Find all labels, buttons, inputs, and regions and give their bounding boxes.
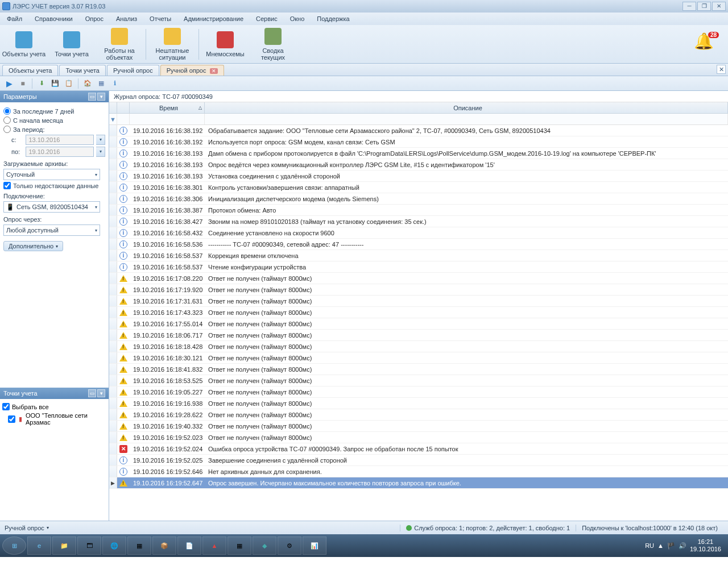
menu-Окно[interactable]: Окно — [287, 14, 308, 23]
tab-close-icon[interactable]: ✕ — [210, 68, 218, 74]
close-tab-button[interactable]: ✕ — [717, 65, 726, 74]
log-row[interactable]: 19.10.2016 16:17:08.220Ответ не получен … — [109, 273, 728, 284]
log-row[interactable]: i19.10.2016 16:19:52.646Нет архивных дан… — [109, 466, 728, 477]
tray-icon[interactable]: ▲ — [657, 542, 664, 549]
restore-button[interactable]: ❐ — [697, 2, 711, 11]
log-row[interactable]: i19.10.2016 16:16:38.387Протокол обмена:… — [109, 205, 728, 216]
connection-select[interactable]: 📱Сеть GSM, 89200510434▾ — [3, 201, 100, 213]
menu-Администрирование[interactable]: Администрирование — [180, 14, 247, 23]
log-row[interactable]: i19.10.2016 16:16:38.306Инициализация ди… — [109, 193, 728, 205]
menu-Анализ[interactable]: Анализ — [113, 14, 140, 23]
log-row[interactable]: i19.10.2016 16:16:58.536----------- ТС-0… — [109, 239, 728, 250]
params-collapse-button[interactable]: ▭ — [88, 93, 96, 101]
app-taskbar-icon[interactable]: 🗔 — [77, 537, 101, 555]
stop-button[interactable]: ■ — [17, 78, 28, 89]
pdf-taskbar-icon[interactable]: ▲ — [202, 537, 226, 555]
more-button[interactable]: Дополнительно▾ — [3, 241, 63, 251]
log-row[interactable]: 19.10.2016 16:19:16.938Ответ не получен … — [109, 398, 728, 409]
pollvia-select[interactable]: Любой доступный▾ — [3, 225, 100, 236]
home-button[interactable]: 🏠 — [82, 78, 93, 89]
system-tray[interactable]: RU ▲ 🏴 🔊 16:2119.10.2016 — [640, 538, 726, 553]
app7-taskbar-icon[interactable]: ⚙ — [278, 537, 301, 555]
app4-taskbar-icon[interactable]: 📄 — [177, 537, 201, 555]
log-row[interactable]: i19.10.2016 16:16:38.193Дамп обмена с пр… — [109, 148, 728, 159]
start-button[interactable]: ⊞ — [2, 537, 26, 555]
points-collapse-button[interactable]: ▭ — [88, 389, 96, 397]
log-row[interactable]: 19.10.2016 16:17:31.631Ответ не получен … — [109, 296, 728, 307]
menu-Файл[interactable]: Файл — [3, 14, 26, 23]
menu-Отчеты[interactable]: Отчеты — [146, 14, 175, 23]
app3-taskbar-icon[interactable]: 📦 — [152, 537, 176, 555]
notifications-bell[interactable]: 🔔 28 — [694, 32, 717, 55]
minimize-button[interactable]: ─ — [682, 2, 696, 11]
tab-Точки учета[interactable]: Точки учета — [59, 65, 106, 76]
points-pin-button[interactable]: ▾ — [97, 389, 105, 397]
opt-custom-period[interactable]: За период: — [3, 126, 105, 133]
tab-Ручной опрос[interactable]: Ручной опрос✕ — [160, 65, 224, 76]
log-row[interactable]: 19.10.2016 16:18:30.121Ответ не получен … — [109, 352, 728, 364]
sound-icon[interactable]: 🔊 — [679, 542, 686, 550]
app5-taskbar-icon[interactable]: ▦ — [228, 537, 251, 555]
missing-only-checkbox[interactable]: Только недостающие данные — [3, 182, 105, 189]
tab-Ручной опрос[interactable]: Ручной опрос — [107, 65, 159, 76]
col-desc[interactable]: Описание — [205, 102, 728, 113]
log-row[interactable]: 19.10.2016 16:19:40.332Ответ не получен … — [109, 421, 728, 432]
menu-Справочники[interactable]: Справочники — [31, 14, 76, 23]
select-all-checkbox[interactable]: Выбрать все — [2, 403, 106, 410]
app6-taskbar-icon[interactable]: ◆ — [253, 537, 276, 555]
log-row[interactable]: 19.10.2016 16:19:28.622Ответ не получен … — [109, 409, 728, 421]
clock[interactable]: 16:2119.10.2016 — [690, 538, 721, 553]
log-row[interactable]: 19.10.2016 16:19:05.227Ответ не получен … — [109, 386, 728, 398]
tab-Объекты учета[interactable]: Объекты учета — [2, 65, 58, 76]
log-row[interactable]: 19.10.2016 16:17:55.014Ответ не получен … — [109, 318, 728, 330]
date-to-input[interactable] — [26, 147, 94, 157]
log-row[interactable]: 19.10.2016 16:17:19.920Ответ не получен … — [109, 284, 728, 296]
toolbar-Мнемосхемы[interactable]: Мнемосхемы — [202, 27, 248, 61]
log-row[interactable]: i19.10.2016 16:16:58.537Коррекция времен… — [109, 250, 728, 261]
params-pin-button[interactable]: ▾ — [97, 93, 105, 101]
log-grid[interactable]: i19.10.2016 16:16:38.192Обрабатывается з… — [109, 125, 728, 521]
copy-button[interactable]: 📋 — [63, 78, 75, 89]
log-row[interactable]: i19.10.2016 16:16:38.301Контроль установ… — [109, 182, 728, 193]
app2-taskbar-icon[interactable]: ▦ — [127, 537, 151, 555]
export-button[interactable]: ⬇ — [36, 78, 47, 89]
col-time[interactable]: Время△ — [130, 102, 205, 113]
toolbar-Работы на объектах[interactable]: Работы на объектах — [97, 27, 142, 61]
log-row[interactable]: i19.10.2016 16:16:58.432Соединение устан… — [109, 227, 728, 239]
date-from-dropdown[interactable]: ▾ — [96, 135, 105, 145]
log-row[interactable]: i19.10.2016 16:16:58.537Чтение конфигура… — [109, 261, 728, 273]
save-button[interactable]: 💾 — [49, 78, 61, 89]
menu-Сервис[interactable]: Сервис — [253, 14, 281, 23]
log-row[interactable]: 19.10.2016 16:18:41.832Ответ не получен … — [109, 364, 728, 375]
date-to-dropdown[interactable]: ▾ — [96, 147, 105, 157]
ie-taskbar-icon[interactable]: e — [27, 537, 51, 555]
toolbar-Точки учета[interactable]: Точки учета — [49, 27, 94, 61]
log-row[interactable]: i19.10.2016 16:16:38.193Установка соедин… — [109, 171, 728, 182]
log-row[interactable]: i19.10.2016 16:16:38.193Опрос ведётся че… — [109, 159, 728, 171]
log-row[interactable]: 19.10.2016 16:18:18.428Ответ не получен … — [109, 341, 728, 352]
log-row[interactable]: 19.10.2016 16:19:52.023Ответ не получен … — [109, 432, 728, 443]
log-row[interactable]: ▶19.10.2016 16:19:52.647Опрос завершен. … — [109, 477, 728, 489]
close-button[interactable]: ✕ — [712, 2, 726, 11]
info-button[interactable]: ℹ — [109, 78, 121, 89]
filter-icon[interactable]: ▼ — [110, 116, 116, 123]
log-row[interactable]: 19.10.2016 16:18:06.717Ответ не получен … — [109, 330, 728, 341]
menu-Поддержка[interactable]: Поддержка — [313, 14, 353, 23]
log-row[interactable]: ✕19.10.2016 16:19:52.024Ошибка опроса ус… — [109, 443, 728, 455]
chrome-taskbar-icon[interactable]: 🌐 — [102, 537, 126, 555]
toolbar-Нештатные ситуации[interactable]: Нештатные ситуации — [150, 27, 195, 61]
opt-last7[interactable]: За последние 7 дней — [3, 107, 105, 115]
filter-desc[interactable] — [205, 114, 728, 124]
log-row[interactable]: i19.10.2016 16:16:38.192Обрабатывается з… — [109, 125, 728, 136]
play-button[interactable]: ▶ — [3, 78, 15, 89]
point-item[interactable]: ▮ООО "Тепловые сети Арзамас — [8, 412, 106, 426]
log-row[interactable]: 19.10.2016 16:18:53.525Ответ не получен … — [109, 375, 728, 386]
log-row[interactable]: i19.10.2016 16:19:52.025Завершение соеди… — [109, 455, 728, 466]
grid-button[interactable]: ▦ — [96, 78, 107, 89]
lang-indicator[interactable]: RU — [645, 542, 654, 549]
app8-taskbar-icon[interactable]: 📊 — [303, 537, 326, 555]
toolbar-Объекты учета[interactable]: Объекты учета — [1, 27, 47, 61]
archive-select[interactable]: Суточный▾ — [3, 169, 100, 180]
opt-month-start[interactable]: С начала месяца — [3, 117, 105, 124]
log-row[interactable]: i19.10.2016 16:16:38.427Звоним на номер … — [109, 216, 728, 227]
